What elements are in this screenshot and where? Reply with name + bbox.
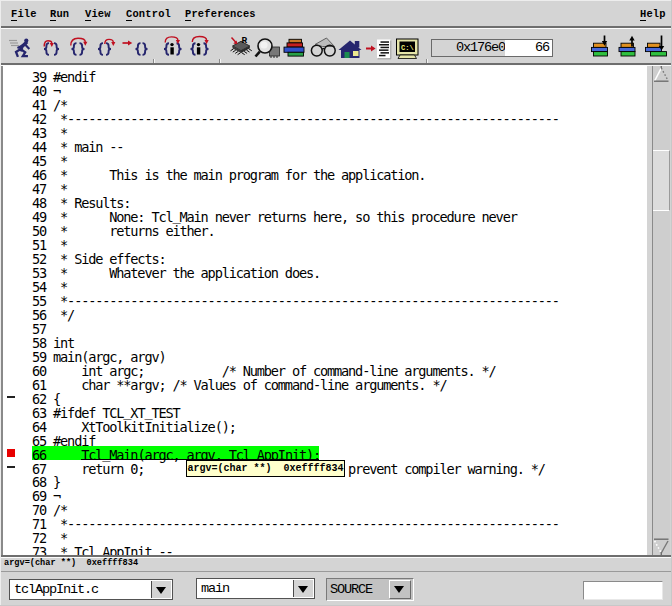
svg-text:C:\: C:\: [401, 44, 414, 52]
svg-text:R: R: [242, 35, 248, 46]
